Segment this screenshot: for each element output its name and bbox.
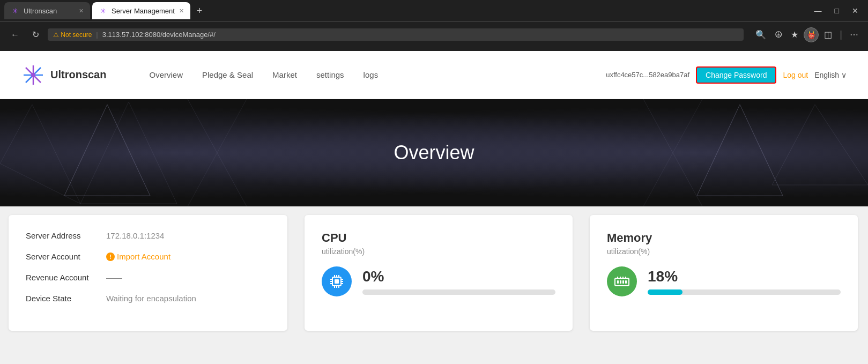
- nav-overview[interactable]: Overview: [149, 70, 183, 79]
- minimize-button[interactable]: —: [809, 4, 827, 17]
- user-address: uxffc4ce57c...582ea9ba7af: [606, 71, 689, 79]
- cards-area: Server Address 172.18.0.1:1234 Server Ac…: [0, 206, 868, 339]
- tab-label-1: Ultronscan: [24, 7, 57, 15]
- profile-icon[interactable]: 👹: [804, 27, 819, 42]
- address-separator: |: [96, 31, 98, 39]
- nav-market[interactable]: Market: [272, 70, 297, 79]
- server-account-label: Server Account: [26, 252, 106, 261]
- cpu-chip-icon: [328, 273, 345, 290]
- svg-marker-6: [80, 102, 177, 204]
- logout-button[interactable]: Log out: [783, 71, 808, 79]
- svg-rect-21: [335, 279, 339, 284]
- device-state-row: Device State Waiting for encapsulation: [26, 294, 270, 303]
- server-info-card: Server Address 172.18.0.1:1234 Server Ac…: [9, 215, 287, 331]
- cpu-progress-bg: [362, 289, 555, 295]
- nav-logs[interactable]: logs: [363, 70, 379, 79]
- memory-ram-icon: [613, 273, 630, 290]
- app-header: Ultronscan Overview Pledge & Seal Market…: [0, 51, 868, 99]
- import-account-text: Import Account: [117, 252, 170, 261]
- window-controls: — □ ✕: [809, 4, 864, 17]
- main-nav: Overview Pledge & Seal Market settings l…: [149, 70, 606, 79]
- nav-settings[interactable]: settings: [316, 70, 344, 79]
- logo-area: Ultronscan: [21, 63, 106, 87]
- language-button[interactable]: English ∨: [814, 71, 847, 79]
- read-mode-button[interactable]: ☮: [771, 27, 785, 42]
- refresh-button[interactable]: ↻: [28, 27, 43, 42]
- import-icon: !: [106, 252, 115, 261]
- new-tab-button[interactable]: +: [192, 3, 207, 19]
- memory-progress-bg: [648, 289, 841, 295]
- tab-icon-1: ✳: [11, 6, 19, 15]
- cpu-value: 0%: [362, 268, 555, 285]
- maximize-button[interactable]: □: [829, 4, 844, 17]
- tab-ultronscan[interactable]: ✳ Ultronscan ✕: [4, 2, 90, 19]
- svg-line-13: [740, 105, 783, 196]
- tab-icon-2: ✳: [99, 6, 107, 15]
- hero-title: Overview: [394, 142, 474, 164]
- svg-marker-12: [697, 105, 783, 196]
- nav-divider: |: [837, 29, 844, 40]
- svg-rect-38: [625, 280, 627, 284]
- svg-line-14: [697, 105, 740, 196]
- logo-text: Ultronscan: [50, 69, 106, 81]
- memory-progress-fill: [648, 289, 682, 295]
- revenue-account-value: ——: [106, 273, 122, 282]
- memory-card: Memory utilization(%) 18%: [590, 215, 858, 331]
- tab-close-2[interactable]: ✕: [179, 8, 184, 14]
- svg-rect-36: [620, 280, 621, 284]
- memory-stat-row: 18%: [607, 266, 841, 296]
- svg-rect-34: [615, 278, 629, 286]
- server-address-row: Server Address 172.18.0.1:1234: [26, 231, 270, 240]
- server-address-label: Server Address: [26, 231, 106, 240]
- memory-stat-content: 18%: [648, 268, 841, 295]
- svg-line-8: [64, 105, 107, 196]
- memory-title: Memory: [607, 231, 841, 245]
- nav-pledge-seal[interactable]: Pledge & Seal: [202, 70, 253, 79]
- cpu-stat-row: 0%: [322, 266, 555, 296]
- svg-marker-18: [772, 105, 868, 185]
- memory-value: 18%: [648, 268, 841, 285]
- server-account-row: Server Account ! Import Account: [26, 252, 270, 261]
- nav-tools: 🔍 ☮ ★ 👹 ◫ | ⋯: [752, 27, 862, 42]
- tab-server-management[interactable]: ✳ Server Management ✕: [92, 2, 190, 19]
- revenue-account-label: Revenue Account: [26, 273, 106, 282]
- favorites-button[interactable]: ★: [788, 27, 802, 42]
- cpu-subtitle: utilization(%): [322, 247, 555, 256]
- extensions-button[interactable]: ◫: [821, 27, 835, 42]
- revenue-account-row: Revenue Account ——: [26, 273, 270, 282]
- device-state-label: Device State: [26, 294, 106, 303]
- cpu-icon-circle: [322, 266, 352, 296]
- memory-subtitle: utilization(%): [607, 247, 841, 256]
- nav-right: uxffc4ce57c...582ea9ba7af Change Passwor…: [606, 66, 847, 84]
- back-button[interactable]: ←: [6, 28, 24, 42]
- change-password-button[interactable]: Change Password: [696, 66, 776, 84]
- browser-chrome: ✳ Ultronscan ✕ ✳ Server Management ✕ + —…: [0, 0, 868, 51]
- server-address-value: 172.18.0.1:1234: [106, 231, 164, 240]
- device-state-value: Waiting for encapsulation: [106, 294, 196, 303]
- svg-marker-19: [0, 105, 80, 204]
- svg-marker-5: [64, 105, 150, 196]
- svg-line-7: [107, 105, 150, 196]
- hero-banner: Overview: [0, 99, 868, 206]
- logo-icon: [21, 63, 45, 87]
- memory-icon-circle: [607, 266, 637, 296]
- tab-bar: ✳ Ultronscan ✕ ✳ Server Management ✕ + —…: [0, 0, 868, 21]
- tab-label-2: Server Management: [112, 7, 175, 15]
- cpu-title: CPU: [322, 231, 555, 245]
- more-options-button[interactable]: ⋯: [847, 27, 862, 42]
- search-tool-button[interactable]: 🔍: [752, 27, 769, 42]
- address-bar[interactable]: ⚠ Not secure | 3.113.57.102:8080/deviceM…: [48, 28, 744, 41]
- address-url: 3.113.57.102:8080/deviceManage/#/: [102, 31, 216, 39]
- svg-rect-37: [622, 280, 624, 284]
- security-warning: ⚠ Not secure: [53, 31, 92, 39]
- cpu-card: CPU utilization(%): [305, 215, 573, 331]
- close-button[interactable]: ✕: [847, 4, 864, 17]
- cpu-stat-content: 0%: [362, 268, 555, 295]
- import-account-link[interactable]: ! Import Account: [106, 252, 170, 261]
- tab-close-1[interactable]: ✕: [79, 8, 84, 14]
- svg-point-4: [31, 73, 35, 77]
- svg-rect-35: [617, 280, 619, 284]
- navigation-bar: ← ↻ ⚠ Not secure | 3.113.57.102:8080/dev…: [0, 21, 868, 47]
